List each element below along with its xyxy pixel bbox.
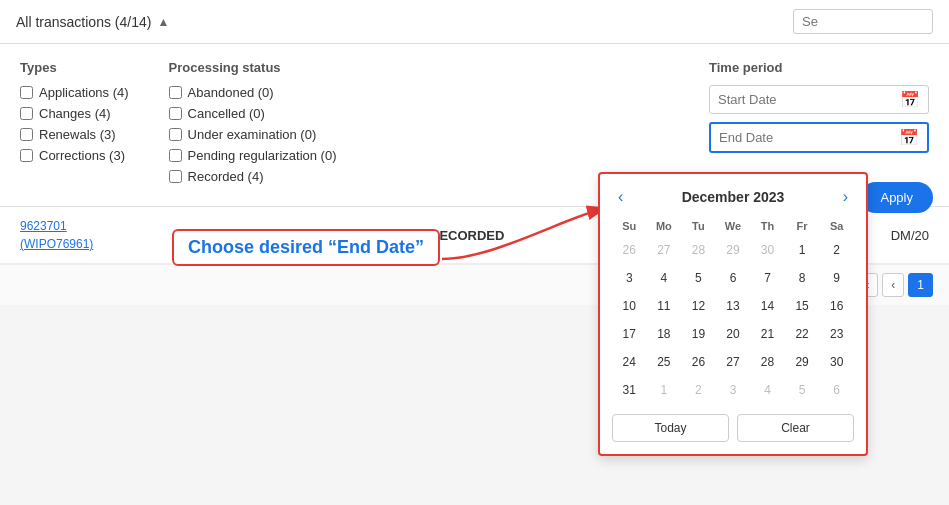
proc-under-exam[interactable]: Under examination (0) — [169, 127, 337, 142]
cal-day[interactable]: 11 — [647, 292, 682, 320]
proc-recorded-checkbox[interactable] — [169, 170, 182, 183]
proc-pending-reg[interactable]: Pending regularization (0) — [169, 148, 337, 163]
cal-day[interactable]: 16 — [819, 292, 854, 320]
type-applications-checkbox[interactable] — [20, 86, 33, 99]
cal-day[interactable]: 3 — [716, 376, 751, 404]
type-applications[interactable]: Applications (4) — [20, 85, 129, 100]
cal-day[interactable]: 15 — [785, 292, 820, 320]
cal-day[interactable]: 6 — [819, 376, 854, 404]
cal-day[interactable]: 7 — [750, 264, 785, 292]
calendar-next-button[interactable]: › — [837, 186, 854, 208]
proc-under-exam-label: Under examination (0) — [188, 127, 317, 142]
proc-abandoned[interactable]: Abandoned (0) — [169, 85, 337, 100]
row-id[interactable]: 9623701 (WIPO76961) — [20, 217, 150, 253]
proc-under-exam-checkbox[interactable] — [169, 128, 182, 141]
cal-day[interactable]: 20 — [716, 320, 751, 348]
calendar-dropdown: ‹ December 2023 › Su Mo Tu We Th Fr Sa 2… — [598, 172, 868, 456]
proc-recorded[interactable]: Recorded (4) — [169, 169, 337, 184]
cal-day[interactable]: 24 — [612, 348, 647, 376]
header-title: All transactions (4/14) ▲ — [16, 14, 169, 30]
cal-day[interactable]: 17 — [612, 320, 647, 348]
cal-day[interactable]: 13 — [716, 292, 751, 320]
cal-day[interactable]: 22 — [785, 320, 820, 348]
processing-section: Processing status Abandoned (0) Cancelle… — [169, 60, 337, 190]
cal-day[interactable]: 8 — [785, 264, 820, 292]
end-date-row: 📅 — [709, 122, 929, 153]
cal-day[interactable]: 3 — [612, 264, 647, 292]
prev-page-button[interactable]: ‹ — [882, 273, 904, 297]
types-label: Types — [20, 60, 129, 75]
cal-day[interactable]: 5 — [785, 376, 820, 404]
type-changes[interactable]: Changes (4) — [20, 106, 129, 121]
proc-pending-reg-label: Pending regularization (0) — [188, 148, 337, 163]
cal-day[interactable]: 1 — [647, 376, 682, 404]
type-renewals-label: Renewals (3) — [39, 127, 116, 142]
time-period-label: Time period — [709, 60, 929, 75]
proc-pending-reg-checkbox[interactable] — [169, 149, 182, 162]
cal-day[interactable]: 28 — [681, 236, 716, 264]
day-header-mo: Mo — [647, 216, 682, 236]
cal-day[interactable]: 28 — [750, 348, 785, 376]
header-bar: All transactions (4/14) ▲ — [0, 0, 949, 44]
cal-day[interactable]: 12 — [681, 292, 716, 320]
cal-day[interactable]: 25 — [647, 348, 682, 376]
type-renewals[interactable]: Renewals (3) — [20, 127, 129, 142]
type-changes-label: Changes (4) — [39, 106, 111, 121]
current-page-button[interactable]: 1 — [908, 273, 933, 297]
cal-day[interactable]: 5 — [681, 264, 716, 292]
clear-button[interactable]: Clear — [737, 414, 854, 442]
annotation-box: Choose desired “End Date” — [172, 229, 440, 266]
proc-abandoned-checkbox[interactable] — [169, 86, 182, 99]
type-applications-label: Applications (4) — [39, 85, 129, 100]
cal-day[interactable]: 29 — [785, 348, 820, 376]
cal-day[interactable]: 21 — [750, 320, 785, 348]
types-section: Types Applications (4) Changes (4) Renew… — [20, 60, 129, 190]
day-header-fr: Fr — [785, 216, 820, 236]
type-renewals-checkbox[interactable] — [20, 128, 33, 141]
cal-day[interactable]: 4 — [647, 264, 682, 292]
row-id-sub: (WIPO76961) — [20, 235, 150, 253]
cal-day[interactable]: 31 — [612, 376, 647, 404]
proc-cancelled-checkbox[interactable] — [169, 107, 182, 120]
start-date-input[interactable] — [718, 92, 900, 107]
calendar-grid: Su Mo Tu We Th Fr Sa 26 27 28 29 30 1 — [612, 216, 854, 404]
cal-day[interactable]: 2 — [819, 236, 854, 264]
cal-day[interactable]: 29 — [716, 236, 751, 264]
cal-day[interactable]: 19 — [681, 320, 716, 348]
end-date-calendar-icon[interactable]: 📅 — [899, 128, 919, 147]
apply-button[interactable]: Apply — [860, 182, 933, 213]
cal-day[interactable]: 18 — [647, 320, 682, 348]
cal-day[interactable]: 14 — [750, 292, 785, 320]
cal-day[interactable]: 23 — [819, 320, 854, 348]
cal-day[interactable]: 30 — [750, 236, 785, 264]
day-header-sa: Sa — [819, 216, 854, 236]
type-changes-checkbox[interactable] — [20, 107, 33, 120]
proc-cancelled-label: Cancelled (0) — [188, 106, 265, 121]
chevron-up-icon[interactable]: ▲ — [157, 15, 169, 29]
day-header-we: We — [716, 216, 751, 236]
start-date-calendar-icon[interactable]: 📅 — [900, 90, 920, 109]
cal-day[interactable]: 10 — [612, 292, 647, 320]
start-date-row: 📅 — [709, 85, 929, 114]
type-corrections-checkbox[interactable] — [20, 149, 33, 162]
day-header-th: Th — [750, 216, 785, 236]
calendar-footer: Today Clear — [612, 414, 854, 442]
end-date-input[interactable] — [719, 130, 899, 145]
cal-day[interactable]: 30 — [819, 348, 854, 376]
today-button[interactable]: Today — [612, 414, 729, 442]
search-input[interactable] — [793, 9, 933, 34]
cal-day[interactable]: 1 — [785, 236, 820, 264]
cal-day[interactable]: 27 — [647, 236, 682, 264]
calendar-prev-button[interactable]: ‹ — [612, 186, 629, 208]
cal-day[interactable]: 26 — [681, 348, 716, 376]
cal-day[interactable]: 9 — [819, 264, 854, 292]
type-corrections[interactable]: Corrections (3) — [20, 148, 129, 163]
cal-day[interactable]: 6 — [716, 264, 751, 292]
proc-cancelled[interactable]: Cancelled (0) — [169, 106, 337, 121]
cal-day[interactable]: 2 — [681, 376, 716, 404]
cal-day[interactable]: 4 — [750, 376, 785, 404]
day-header-su: Su — [612, 216, 647, 236]
cal-day[interactable]: 27 — [716, 348, 751, 376]
cal-day[interactable]: 26 — [612, 236, 647, 264]
row-status: RECORDED — [430, 228, 530, 243]
